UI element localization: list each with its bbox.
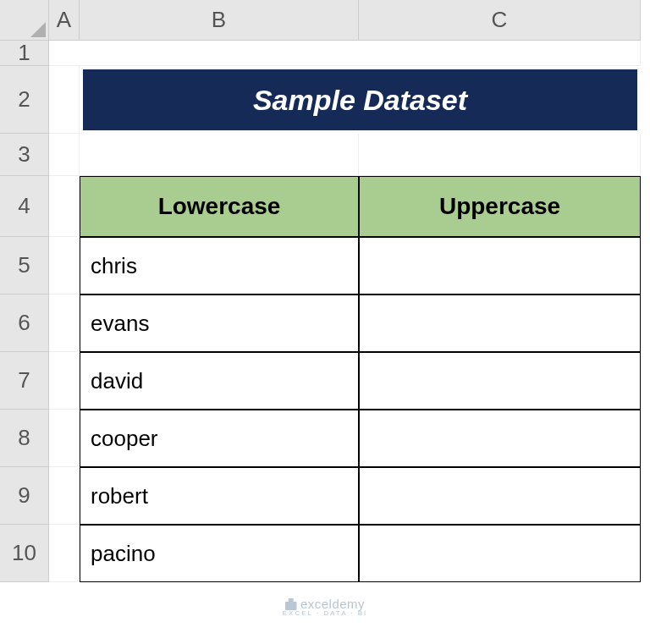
row-header-4[interactable]: 4 xyxy=(0,176,49,237)
cell-A3[interactable] xyxy=(49,134,80,176)
title-merged-cell[interactable]: Sample Dataset xyxy=(80,66,641,134)
cell-uppercase-1[interactable] xyxy=(359,294,641,352)
svg-marker-0 xyxy=(30,22,46,37)
cell-uppercase-0[interactable] xyxy=(359,237,641,294)
cell-lowercase-4[interactable]: robert xyxy=(80,467,359,525)
cell-lowercase-2[interactable]: david xyxy=(80,352,359,410)
cell-A9[interactable] xyxy=(49,467,80,525)
cell-uppercase-3[interactable] xyxy=(359,410,641,467)
cell-A4[interactable] xyxy=(49,176,80,237)
table-header-uppercase[interactable]: Uppercase xyxy=(359,176,641,237)
cell-uppercase-4[interactable] xyxy=(359,467,641,525)
column-header-B[interactable]: B xyxy=(80,0,359,41)
watermark: exceldemy EXCEL · DATA · BI xyxy=(283,597,368,617)
cell-A6[interactable] xyxy=(49,294,80,352)
row-header-6[interactable]: 6 xyxy=(0,294,49,352)
cell-A8[interactable] xyxy=(49,410,80,467)
cell-A2[interactable] xyxy=(49,66,80,134)
cell-row1[interactable] xyxy=(49,41,641,66)
spreadsheet-grid: A B C 1 2 Sample Dataset 3 4 Lowercase U… xyxy=(0,0,650,582)
column-header-A[interactable]: A xyxy=(49,0,80,41)
row-header-3[interactable]: 3 xyxy=(0,134,49,176)
cell-lowercase-3[interactable]: cooper xyxy=(80,410,359,467)
row-header-1[interactable]: 1 xyxy=(0,41,49,66)
cell-B3[interactable] xyxy=(80,134,359,176)
cell-C3[interactable] xyxy=(359,134,641,176)
row-header-10[interactable]: 10 xyxy=(0,525,49,582)
cell-lowercase-0[interactable]: chris xyxy=(80,237,359,294)
svg-rect-1 xyxy=(285,602,297,610)
watermark-icon xyxy=(285,598,297,610)
cell-lowercase-5[interactable]: pacino xyxy=(80,525,359,582)
row-header-2[interactable]: 2 xyxy=(0,66,49,134)
cell-uppercase-5[interactable] xyxy=(359,525,641,582)
select-all-corner[interactable] xyxy=(0,0,49,41)
row-header-9[interactable]: 9 xyxy=(0,467,49,525)
cell-lowercase-1[interactable]: evans xyxy=(80,294,359,352)
row-header-5[interactable]: 5 xyxy=(0,237,49,294)
row-header-7[interactable]: 7 xyxy=(0,352,49,410)
cell-A7[interactable] xyxy=(49,352,80,410)
watermark-brand: exceldemy xyxy=(300,597,365,611)
svg-rect-2 xyxy=(289,598,294,603)
select-all-icon xyxy=(30,22,46,37)
title-text: Sample Dataset xyxy=(83,69,637,130)
row-header-8[interactable]: 8 xyxy=(0,410,49,467)
watermark-tagline: EXCEL · DATA · BI xyxy=(283,609,368,617)
cell-A10[interactable] xyxy=(49,525,80,582)
cell-A5[interactable] xyxy=(49,237,80,294)
column-header-C[interactable]: C xyxy=(359,0,641,41)
table-header-lowercase[interactable]: Lowercase xyxy=(80,176,359,237)
cell-uppercase-2[interactable] xyxy=(359,352,641,410)
